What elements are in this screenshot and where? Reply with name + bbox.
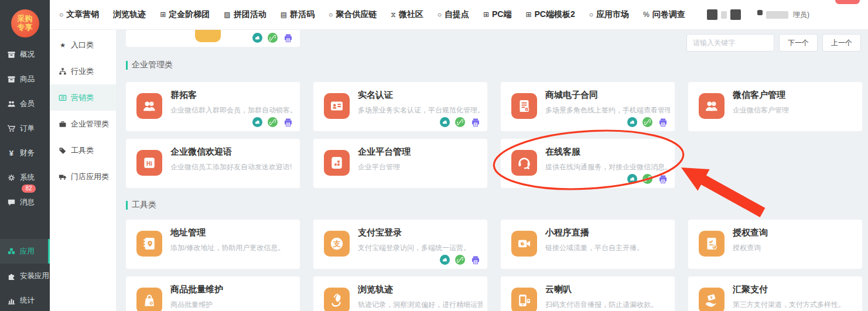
nav-pc-client[interactable]: ⊞ PC端 bbox=[483, 9, 512, 20]
section-header: 企业管理类 bbox=[126, 60, 862, 70]
link-badge-icon[interactable] bbox=[268, 117, 278, 127]
keyword-search-input[interactable] bbox=[686, 34, 774, 52]
nav-app-market[interactable]: ○ 应用市场 bbox=[589, 9, 629, 20]
sidebar-item-goods[interactable]: 商品 bbox=[0, 67, 50, 91]
cloud-badge-icon[interactable] bbox=[440, 117, 450, 127]
app-card[interactable]: 授权查询 授权查询 bbox=[688, 220, 862, 269]
app-card-desc: 第三方支付渠道，支付方式多样性。 bbox=[733, 300, 857, 310]
nav-survey[interactable]: % 问卷调查 bbox=[643, 9, 685, 20]
nav-deposit-ladder-group[interactable]: ⊞ 定金阶梯团 bbox=[160, 9, 210, 20]
cloud-badge-icon[interactable] bbox=[252, 33, 262, 43]
app-card[interactable]: 地址管理 添加/修改地址，协助用户更改信息。 bbox=[126, 220, 300, 269]
top-nav-items: ○ 文章营销 浏览轨迹 ⊞ 定金阶梯团 ▨ 拼团活动 ▤ 群活码 ○ 聚合供应链… bbox=[50, 9, 685, 20]
prev-button[interactable]: 上一个 bbox=[822, 34, 861, 52]
sidebar-item-members[interactable]: 会员 bbox=[0, 91, 50, 116]
nav-group-activity[interactable]: ▨ 拼团活动 bbox=[224, 9, 266, 20]
section-header: 工具类 bbox=[126, 200, 862, 210]
cloud-badge-icon[interactable] bbox=[627, 117, 637, 127]
category-item-enterprise[interactable]: 企业管理类 bbox=[50, 111, 116, 137]
hi-icon: Hi bbox=[141, 154, 158, 172]
platform-icon bbox=[328, 154, 346, 172]
unread-count-badge: 82 bbox=[22, 184, 36, 193]
printer-badge-icon[interactable] bbox=[283, 33, 293, 43]
link-badge-icon[interactable] bbox=[268, 33, 278, 43]
printer-badge-icon[interactable] bbox=[658, 174, 668, 184]
sidebar-item-stats[interactable]: 统计 bbox=[0, 288, 50, 311]
category-item-tools[interactable]: 工具类 bbox=[50, 137, 116, 163]
svg-text:★: ★ bbox=[60, 41, 66, 48]
app-card[interactable]: 小程序直播 链接公域流量，平台自主开播。 bbox=[501, 220, 675, 269]
tag-icon bbox=[59, 146, 67, 155]
next-button[interactable]: 下一个 bbox=[779, 34, 818, 52]
app-card-desc: 企业微信群入群即会员，加群自动锁客。 bbox=[170, 105, 295, 115]
app-card[interactable]: 群拓客 企业微信群入群即会员，加群自动锁客。 bbox=[126, 82, 300, 131]
app-card-title: 汇聚支付 bbox=[733, 284, 768, 295]
sidebar-item-install-apps[interactable]: 安装应用 bbox=[0, 264, 50, 288]
link-badge-icon[interactable] bbox=[643, 174, 652, 184]
app-card[interactable]: 微信客户管理 企业微信客户管理 bbox=[688, 82, 862, 131]
circle-icon: ○ bbox=[438, 11, 442, 18]
footprint-icon bbox=[324, 288, 350, 311]
app-card-title: 商城电子合同 bbox=[545, 90, 598, 101]
category-item-entry[interactable]: ★ 入口类 bbox=[50, 32, 116, 58]
category-item-industry[interactable]: 行业类 bbox=[50, 58, 116, 84]
app-card[interactable]: Hi 企业微信欢迎语 企业微信员工添加好友自动发送欢迎语! bbox=[126, 139, 300, 188]
app-card[interactable]: 云喇叭 扫码支付语音播报，防止遗漏收款。 bbox=[501, 276, 675, 311]
category-item-marketing[interactable]: @ 营销类 bbox=[50, 84, 116, 111]
printer-badge-icon[interactable] bbox=[470, 255, 480, 265]
printer-badge-icon[interactable] bbox=[283, 117, 293, 127]
user-blurred-block bbox=[730, 9, 741, 20]
app-card[interactable]: 实名认证 多场景业务实名认证，平台规范化管理。 bbox=[313, 82, 487, 131]
partial-app-card[interactable] bbox=[126, 29, 300, 47]
category-item-store-apps[interactable]: 门店应用类 bbox=[50, 163, 116, 190]
circle-icon: ○ bbox=[589, 11, 593, 18]
cubes-icon bbox=[7, 247, 16, 256]
app-card-title: 商品批量维护 bbox=[170, 284, 223, 295]
app-card[interactable]: 在线客服 提供在线沟通服务，对接企业微信消息。 bbox=[501, 139, 675, 188]
platform-badges bbox=[440, 117, 480, 127]
app-card[interactable]: 商城电子合同 多场景多角色线上签约，手机端查看管理。 bbox=[501, 82, 675, 131]
user-role-suffix: 理员) bbox=[793, 10, 809, 20]
hourglass-icon: ⧖ bbox=[391, 11, 395, 18]
user-blurred-block bbox=[707, 9, 717, 20]
app-card[interactable]: 浏览轨迹 轨迹记录，洞察浏览偏好，进行精细运营。 bbox=[313, 276, 487, 311]
sidebar-item-overview[interactable]: 概况 bbox=[0, 42, 50, 67]
bag-icon bbox=[136, 288, 162, 311]
app-card[interactable]: 企业平台管理 企业平台管理 bbox=[313, 139, 487, 188]
nav-group-livecode[interactable]: ▤ 群活码 bbox=[281, 9, 315, 20]
link-badge-icon[interactable] bbox=[455, 117, 465, 127]
sidebar-item-apps[interactable]: 应用 bbox=[0, 239, 50, 264]
nav-article-marketing[interactable]: ○ 文章营销 bbox=[59, 9, 99, 20]
nav-supply-chain[interactable]: ○ 聚合供应链 bbox=[329, 9, 377, 20]
printer-badge-icon[interactable] bbox=[658, 117, 668, 127]
app-card-title: 云喇叭 bbox=[545, 284, 572, 295]
phone-icon bbox=[515, 292, 533, 309]
idcard-icon bbox=[324, 93, 350, 119]
app-card-desc: 提供在线沟通服务，对接企业微信消息。 bbox=[545, 162, 670, 172]
app-card[interactable]: 商品批量维护 商品批量维护 bbox=[126, 276, 300, 311]
pay-icon: ¥ bbox=[703, 292, 720, 309]
nav-micro-community[interactable]: ⧖ 微社区 bbox=[391, 9, 423, 20]
sidebar-item-orders[interactable]: 订单 bbox=[0, 116, 50, 141]
nav-pickup-point[interactable]: ○ 自提点 bbox=[438, 9, 469, 20]
user-info-area[interactable]: 理员) bbox=[707, 0, 809, 29]
cloud-badge-icon[interactable] bbox=[627, 174, 637, 184]
box-icon bbox=[7, 75, 16, 84]
app-card-grid: 群拓客 企业微信群入群即会员，加群自动锁客。 实名认证 多场景业务实名认证，平台… bbox=[126, 82, 862, 188]
sidebar-item-messages[interactable]: 消息 82 bbox=[0, 190, 50, 214]
sidebar-item-finance[interactable]: ¥ 财务 bbox=[0, 141, 50, 165]
nav-pc-template2[interactable]: ⊞ PC端模板2 bbox=[525, 9, 575, 20]
logo-line2: 专享 bbox=[11, 23, 39, 32]
printer-badge-icon[interactable] bbox=[470, 117, 480, 127]
headset-icon bbox=[511, 150, 537, 176]
nav-browse-tracks[interactable]: 浏览轨迹 bbox=[113, 9, 146, 20]
link-badge-icon[interactable] bbox=[455, 255, 465, 265]
plus-icon: ⊞ bbox=[483, 11, 489, 18]
link-badge-icon[interactable] bbox=[643, 117, 652, 127]
contract-icon bbox=[511, 93, 537, 119]
app-card-title: 企业平台管理 bbox=[358, 146, 411, 158]
app-card[interactable]: 支 支付宝登录 支付宝端登录访问，多端统一运营。 bbox=[313, 220, 487, 269]
app-card[interactable]: ¥ 汇聚支付 第三方支付渠道，支付方式多样性。 bbox=[688, 276, 862, 311]
cloud-badge-icon[interactable] bbox=[252, 117, 262, 127]
cloud-badge-icon[interactable] bbox=[440, 255, 450, 265]
